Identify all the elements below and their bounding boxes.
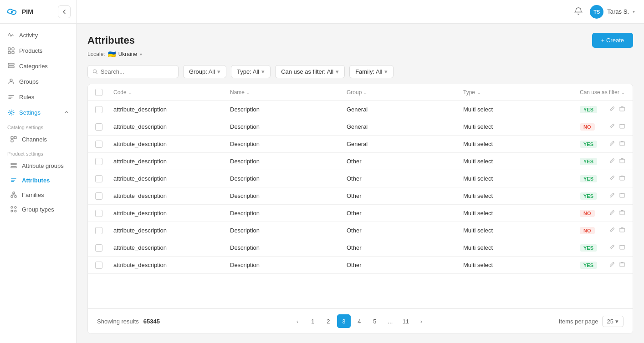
- attributes-icon: [10, 177, 17, 184]
- delete-icon[interactable]: [619, 244, 625, 252]
- row-checkbox[interactable]: [95, 192, 102, 200]
- sidebar-item-products[interactable]: Products: [0, 43, 76, 58]
- sidebar-item-group-types[interactable]: Group types: [0, 202, 76, 217]
- edit-icon[interactable]: [609, 192, 615, 200]
- svg-point-11: [10, 111, 12, 113]
- sidebar-item-attribute-groups[interactable]: Attribute groups: [0, 158, 76, 173]
- row-checkbox[interactable]: [95, 106, 102, 113]
- sidebar-item-label: Settings: [19, 109, 60, 116]
- edit-icon[interactable]: [609, 157, 615, 165]
- table-row[interactable]: attribute_description Description Other …: [88, 170, 633, 187]
- pagination: ‹ 1 2 3 4 5 ... 11 ›: [291, 314, 428, 328]
- locale-name[interactable]: Ukraine: [118, 51, 137, 57]
- delete-icon[interactable]: [619, 123, 625, 131]
- delete-icon[interactable]: [619, 106, 625, 113]
- edit-icon[interactable]: [609, 140, 615, 148]
- row-checkbox[interactable]: [95, 175, 102, 182]
- notification-icon[interactable]: [574, 7, 583, 16]
- channels-icon: [10, 136, 17, 143]
- row-checkbox[interactable]: [95, 123, 102, 131]
- page-button-2[interactable]: 2: [322, 314, 335, 328]
- page-button-1[interactable]: 1: [306, 314, 320, 328]
- row-code: attribute_description: [113, 244, 230, 251]
- svg-rect-16: [11, 166, 16, 168]
- row-checkbox[interactable]: [95, 210, 102, 217]
- table-row[interactable]: attribute_description Description Other …: [88, 239, 633, 257]
- row-checkbox[interactable]: [95, 262, 102, 269]
- row-group: Other: [347, 210, 463, 217]
- row-type: Multi select: [463, 262, 580, 268]
- edit-icon[interactable]: [609, 175, 615, 182]
- sidebar-item-activity[interactable]: Activity: [0, 27, 76, 43]
- sidebar-item-label: Channels: [22, 136, 47, 143]
- family-filter-button[interactable]: Family: All ▾: [349, 65, 394, 78]
- type-filter-button[interactable]: Type: All ▾: [231, 65, 271, 78]
- table-row[interactable]: attribute_description Description Other …: [88, 257, 633, 274]
- page-button-last[interactable]: 11: [399, 314, 413, 328]
- table-row[interactable]: attribute_description Description Genera…: [88, 136, 633, 153]
- group-filter-button[interactable]: Group: All ▾: [183, 65, 226, 78]
- edit-icon[interactable]: [609, 123, 615, 131]
- col-header-name[interactable]: Name ⌄: [230, 89, 347, 96]
- delete-icon[interactable]: [619, 175, 625, 182]
- row-code: attribute_description: [113, 192, 230, 199]
- can-use-filter-button[interactable]: Can use as filter: All ▾: [275, 65, 345, 78]
- per-page-selector: Items per page 25 ▾: [559, 316, 624, 327]
- table-row[interactable]: attribute_description Description Genera…: [88, 118, 633, 136]
- row-filter-cell: YES: [580, 106, 625, 113]
- svg-rect-25: [620, 107, 624, 111]
- col-header-filter[interactable]: Can use as filter ⌄: [580, 89, 625, 96]
- prev-page-button[interactable]: ‹: [291, 314, 304, 328]
- sidebar-item-rules[interactable]: Rules: [0, 89, 76, 105]
- table-row[interactable]: attribute_description Description Other …: [88, 153, 633, 170]
- chevron-down-icon: ▾: [217, 68, 220, 75]
- per-page-select[interactable]: 25 ▾: [602, 316, 624, 327]
- table-row[interactable]: attribute_description Description Other …: [88, 205, 633, 222]
- row-checkbox[interactable]: [95, 141, 102, 148]
- edit-icon[interactable]: [609, 261, 615, 269]
- delete-icon[interactable]: [619, 261, 625, 269]
- edit-icon[interactable]: [609, 106, 615, 113]
- col-header-type[interactable]: Type ⌄: [463, 89, 580, 96]
- chevron-up-icon: [64, 109, 69, 116]
- row-group: General: [347, 106, 463, 113]
- table-row[interactable]: attribute_description Description Other …: [88, 187, 633, 205]
- row-filter-cell: NO: [580, 227, 625, 234]
- col-header-code[interactable]: Code ⌄: [113, 89, 230, 96]
- row-checkbox[interactable]: [95, 158, 102, 165]
- delete-icon[interactable]: [619, 140, 625, 148]
- sidebar-item-families[interactable]: Families: [0, 187, 76, 202]
- svg-rect-41: [620, 246, 624, 249]
- create-button[interactable]: + Create: [592, 33, 633, 48]
- row-checkbox[interactable]: [95, 227, 102, 234]
- table-footer: Showing results 65345 ‹ 1 2 3 4 5 ... 11…: [88, 308, 633, 333]
- user-menu[interactable]: TS Taras S. ▾: [590, 5, 635, 19]
- sidebar-item-groups[interactable]: Groups: [0, 74, 76, 89]
- delete-icon[interactable]: [619, 157, 625, 165]
- row-checkbox[interactable]: [95, 244, 102, 252]
- app-logo-text: PIM: [22, 8, 33, 15]
- page-button-5[interactable]: 5: [368, 314, 382, 328]
- page-button-4[interactable]: 4: [353, 314, 366, 328]
- edit-icon[interactable]: [609, 227, 615, 234]
- row-filter-badge: NO: [580, 227, 595, 234]
- col-header-group[interactable]: Group ⌄: [347, 89, 463, 96]
- table-row[interactable]: attribute_description Description Genera…: [88, 101, 633, 118]
- page-button-3[interactable]: 3: [337, 314, 351, 328]
- delete-icon[interactable]: [619, 192, 625, 200]
- row-actions: [609, 157, 625, 165]
- back-button[interactable]: [58, 5, 71, 18]
- edit-icon[interactable]: [609, 244, 615, 252]
- delete-icon[interactable]: [619, 227, 625, 234]
- search-input[interactable]: [101, 68, 174, 75]
- select-all-checkbox[interactable]: [95, 89, 102, 96]
- table-row[interactable]: attribute_description Description Other …: [88, 222, 633, 239]
- row-checkbox-cell: [95, 227, 113, 234]
- edit-icon[interactable]: [609, 209, 615, 217]
- delete-icon[interactable]: [619, 209, 625, 217]
- sidebar-item-attributes[interactable]: Attributes: [0, 173, 76, 187]
- sidebar-item-channels[interactable]: Channels: [0, 132, 76, 146]
- next-page-button[interactable]: ›: [414, 314, 428, 328]
- sidebar-item-settings[interactable]: Settings: [0, 105, 76, 120]
- sidebar-item-categories[interactable]: Categories: [0, 58, 76, 74]
